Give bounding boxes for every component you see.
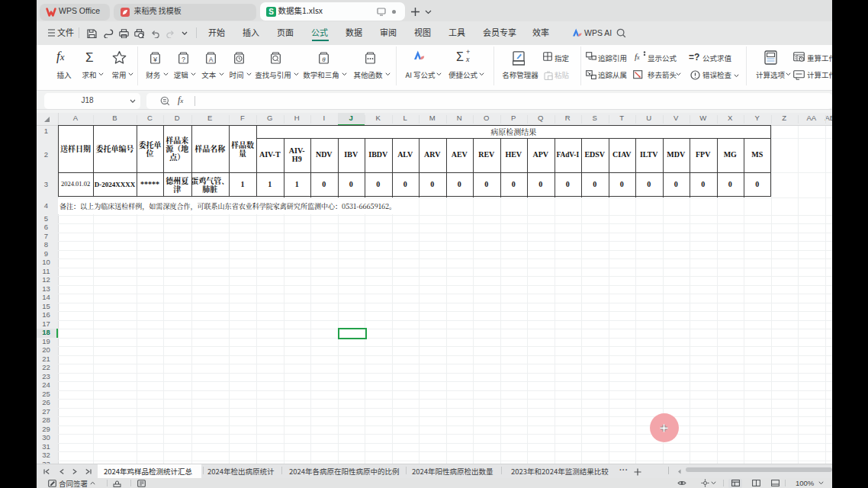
svg-text:θ: θ — [322, 56, 326, 63]
svg-text:A: A — [209, 56, 214, 63]
svg-text:¥: ¥ — [153, 56, 158, 63]
svg-text:?: ? — [182, 56, 185, 63]
